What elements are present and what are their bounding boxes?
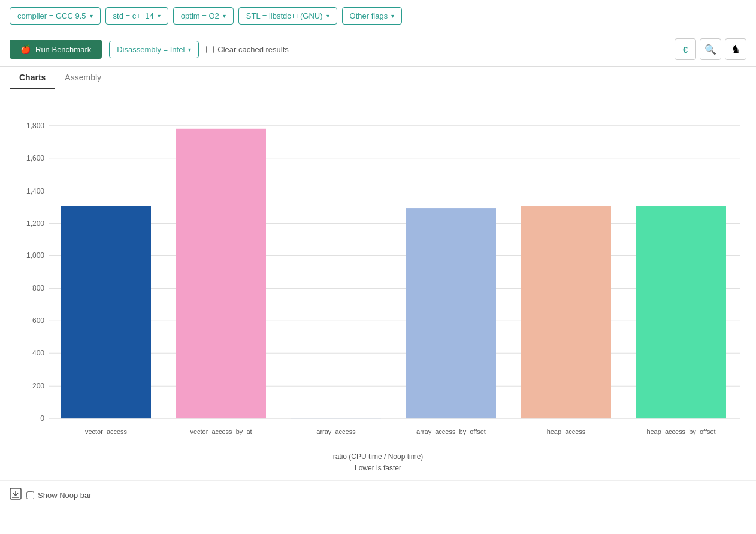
svg-text:vector_access: vector_access [85, 427, 128, 435]
svg-text:600: 600 [32, 316, 44, 325]
svg-text:heap_access: heap_access [547, 427, 586, 435]
optim-label: optim = O2 [181, 11, 219, 20]
svg-text:array_access_by_offset: array_access_by_offset [416, 427, 486, 435]
std-label: std = c++14 [113, 11, 154, 20]
svg-text:400: 400 [32, 349, 44, 357]
svg-text:1,800: 1,800 [26, 122, 44, 130]
icon-buttons-group: € 🔍 ♞ [675, 38, 746, 60]
disassembly-label: Disassembly = Intel [117, 45, 185, 54]
bottom-toolbar: Show Noop bar [0, 480, 756, 510]
compiler-caret-icon: ▾ [90, 13, 93, 19]
std-caret-icon: ▾ [158, 13, 161, 19]
x-axis-sub-label: Lower is faster [10, 463, 746, 474]
tab-assembly[interactable]: Assembly [55, 67, 111, 89]
bar-heap-access-by-offset [636, 206, 726, 418]
other-flags-caret-icon: ▾ [391, 13, 394, 19]
euro-icon-button[interactable]: € [675, 38, 696, 60]
compiler-label: compiler = GCC 9.5 [17, 11, 86, 20]
std-dropdown[interactable]: std = c++14 ▾ [105, 7, 168, 25]
chart-area: 0 200 400 600 800 1,000 1,200 1,400 1,60… [0, 89, 756, 480]
apple-icon: 🍎 [20, 44, 31, 54]
clear-cache-label[interactable]: Clear cached results [206, 45, 289, 54]
chess-icon-button[interactable]: ♞ [725, 38, 746, 60]
x-axis-label: ratio (CPU time / Noop time) Lower is fa… [10, 451, 746, 474]
tabs-bar: Charts Assembly [0, 67, 756, 89]
svg-text:vector_access_by_at: vector_access_by_at [190, 427, 252, 435]
bar-array-access [291, 418, 381, 418]
show-noop-checkbox[interactable] [26, 491, 34, 499]
stl-caret-icon: ▾ [326, 13, 329, 19]
show-noop-label[interactable]: Show Noop bar [26, 491, 92, 500]
disassembly-dropdown[interactable]: Disassembly = Intel ▾ [109, 41, 199, 58]
svg-text:200: 200 [32, 382, 44, 390]
bar-vector-access [61, 206, 151, 418]
svg-text:heap_access_by_offset: heap_access_by_offset [646, 427, 715, 435]
stl-dropdown[interactable]: STL = libstdc++(GNU) ▾ [238, 7, 337, 25]
search-icon: 🔍 [704, 44, 716, 55]
euro-icon: € [683, 44, 688, 55]
run-benchmark-label: Run Benchmark [35, 45, 91, 54]
svg-text:0: 0 [40, 414, 44, 423]
svg-text:array_access: array_access [316, 427, 356, 435]
bar-chart: 0 200 400 600 800 1,000 1,200 1,400 1,60… [10, 101, 746, 449]
chart-container: 0 200 400 600 800 1,000 1,200 1,400 1,60… [10, 101, 746, 449]
tab-charts-label: Charts [19, 73, 46, 82]
optim-dropdown[interactable]: optim = O2 ▾ [173, 7, 234, 25]
chess-icon: ♞ [731, 43, 740, 56]
disassembly-caret-icon: ▾ [188, 46, 191, 53]
bar-array-access-by-offset [406, 208, 496, 418]
optim-caret-icon: ▾ [223, 13, 226, 19]
export-icon[interactable] [10, 488, 22, 503]
search-icon-button[interactable]: 🔍 [700, 38, 721, 60]
bar-heap-access [521, 206, 611, 418]
svg-text:1,200: 1,200 [26, 219, 44, 227]
svg-text:800: 800 [32, 284, 44, 292]
clear-cache-text: Clear cached results [217, 45, 289, 54]
main-toolbar: compiler = GCC 9.5 ▾ std = c++14 ▾ optim… [0, 0, 756, 32]
svg-text:1,400: 1,400 [26, 187, 44, 195]
other-flags-label: Other flags [350, 11, 388, 20]
run-benchmark-button[interactable]: 🍎 Run Benchmark [10, 40, 102, 59]
tab-charts[interactable]: Charts [10, 67, 55, 89]
clear-cache-checkbox[interactable] [206, 46, 214, 53]
stl-label: STL = libstdc++(GNU) [246, 11, 323, 20]
x-axis-main-label: ratio (CPU time / Noop time) [10, 451, 746, 463]
tab-assembly-label: Assembly [65, 73, 101, 82]
bar-vector-access-by-at [176, 129, 266, 418]
second-toolbar: 🍎 Run Benchmark Disassembly = Intel ▾ Cl… [0, 32, 756, 67]
compiler-dropdown[interactable]: compiler = GCC 9.5 ▾ [10, 7, 101, 25]
svg-text:1,000: 1,000 [26, 251, 44, 260]
other-flags-dropdown[interactable]: Other flags ▾ [342, 7, 403, 25]
svg-text:1,600: 1,600 [26, 154, 44, 162]
show-noop-text: Show Noop bar [38, 491, 92, 500]
